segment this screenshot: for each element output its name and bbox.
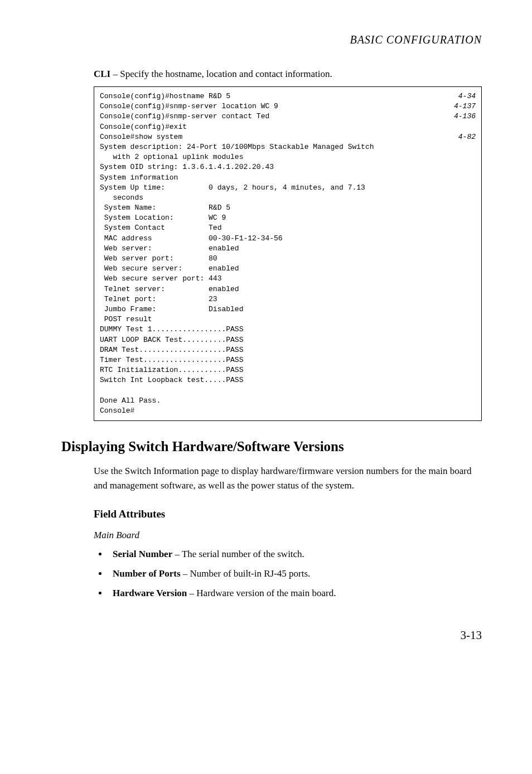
code-text: Web secure server: enabled (100, 264, 239, 273)
bullet-bold: Serial Number (113, 549, 172, 559)
code-line: with 2 optional uplink modules (100, 152, 476, 162)
code-text: System information (100, 173, 178, 182)
code-ref: 4-82 (458, 132, 476, 142)
code-ref: 4-136 (454, 112, 476, 122)
code-text: Console(config)#snmp-server contact Ted (100, 112, 269, 120)
code-line: System Contact Ted (100, 223, 476, 233)
intro-paragraph: CLI – Specify the hostname, location and… (94, 69, 482, 80)
code-text: System OID string: 1.3.6.1.4.1.202.20.43 (100, 163, 274, 171)
code-line: Switch Int Loopback test.....PASS (100, 375, 476, 385)
code-text: System Name: R&D 5 (100, 204, 230, 212)
code-text: POST result (100, 315, 152, 323)
code-line: Done All Pass. (100, 396, 476, 406)
code-line: System Location: WC 9 (100, 213, 476, 223)
code-ref: 4-137 (454, 101, 476, 112)
code-text: Console#show system (100, 133, 182, 141)
code-text: Console(config)#exit (100, 123, 187, 131)
code-line: System Up time: 0 days, 2 hours, 4 minut… (100, 183, 476, 193)
list-item: Number of Ports – Number of built-in RJ-… (108, 566, 482, 582)
bullet-list: Serial Number – The serial number of the… (94, 546, 482, 602)
code-line: 4-137Console(config)#snmp-server locatio… (100, 101, 476, 112)
code-line (100, 385, 476, 395)
code-text: Web secure server port: 443 (100, 274, 221, 283)
code-line: Console(config)#exit (100, 122, 476, 132)
code-line: UART LOOP BACK Test..........PASS (100, 335, 476, 345)
code-text: Telnet server: enabled (100, 285, 239, 293)
code-line: Jumbo Frame: Disabled (100, 304, 476, 315)
code-text: System Location: WC 9 (100, 214, 226, 222)
bullet-rest: – The serial number of the switch. (172, 549, 304, 559)
main-board-label: Main Board (94, 530, 482, 541)
code-line: Timer Test...................PASS (100, 355, 476, 365)
code-line: System OID string: 1.3.6.1.4.1.202.20.43 (100, 162, 476, 172)
code-text: Telnet port: 23 (100, 295, 217, 303)
code-line: Telnet port: 23 (100, 294, 476, 304)
bullet-rest: – Hardware version of the main board. (187, 588, 336, 598)
section-body: Use the Switch Information page to displ… (94, 464, 482, 492)
code-text: Timer Test...................PASS (100, 356, 243, 364)
code-line: Web secure server port: 443 (100, 274, 476, 284)
section-heading: Displaying Switch Hardware/Software Vers… (61, 439, 482, 454)
code-text: Switch Int Loopback test.....PASS (100, 376, 243, 384)
page-header: BASIC CONFIGURATION (61, 33, 482, 46)
cli-code-block: 4-34Console(config)#hostname R&D 54-137C… (94, 86, 482, 421)
field-attributes-heading: Field Attributes (94, 508, 482, 520)
bullet-rest: – Number of built-in RJ-45 ports. (181, 568, 311, 579)
code-text: System Contact Ted (100, 224, 221, 232)
code-line: DUMMY Test 1.................PASS (100, 325, 476, 335)
code-line: POST result (100, 315, 476, 325)
code-line: 4-82Console#show system (100, 132, 476, 142)
code-line: Web server port: 80 (100, 254, 476, 264)
code-line: System Name: R&D 5 (100, 203, 476, 213)
code-line: DRAM Test....................PASS (100, 345, 476, 355)
code-text: DUMMY Test 1.................PASS (100, 325, 243, 333)
bullet-bold: Hardware Version (113, 588, 187, 598)
code-text: Console(config)#snmp-server location WC … (100, 102, 278, 110)
code-text: System Up time: 0 days, 2 hours, 4 minut… (100, 183, 365, 192)
code-line: seconds (100, 193, 476, 203)
code-line: System description: 24-Port 10/100Mbps S… (100, 142, 476, 152)
code-line: Web server: enabled (100, 244, 476, 254)
code-line: System information (100, 173, 476, 183)
intro-rest: – Specify the hostname, location and con… (110, 69, 332, 79)
code-text: UART LOOP BACK Test..........PASS (100, 336, 243, 344)
code-text: Done All Pass. (100, 396, 161, 405)
list-item: Serial Number – The serial number of the… (108, 546, 482, 563)
bullet-bold: Number of Ports (113, 568, 181, 579)
code-line: MAC address 00-30-F1-12-34-56 (100, 234, 476, 244)
page-number: 3-13 (61, 628, 482, 642)
code-text: Jumbo Frame: Disabled (100, 305, 243, 313)
code-text: DRAM Test....................PASS (100, 346, 243, 354)
code-text: Web server port: 80 (100, 254, 217, 263)
code-text: RTC Initialization...........PASS (100, 366, 243, 374)
code-line: 4-34Console(config)#hostname R&D 5 (100, 91, 476, 101)
code-text: MAC address 00-30-F1-12-34-56 (100, 234, 283, 243)
code-text: with 2 optional uplink modules (100, 153, 243, 161)
code-ref: 4-34 (458, 91, 476, 101)
code-text: Console# (100, 407, 134, 415)
code-text: Console(config)#hostname R&D 5 (100, 92, 230, 100)
code-line: Console# (100, 406, 476, 416)
code-text: System description: 24-Port 10/100Mbps S… (100, 143, 374, 151)
list-item: Hardware Version – Hardware version of t… (108, 586, 482, 602)
intro-bold: CLI (94, 69, 110, 79)
code-line: 4-136Console(config)#snmp-server contact… (100, 112, 476, 122)
code-line: Web secure server: enabled (100, 264, 476, 274)
code-line: RTC Initialization...........PASS (100, 365, 476, 375)
code-text: Web server: enabled (100, 244, 239, 253)
code-text: seconds (100, 194, 143, 202)
code-line: Telnet server: enabled (100, 284, 476, 294)
code-text (100, 386, 104, 394)
